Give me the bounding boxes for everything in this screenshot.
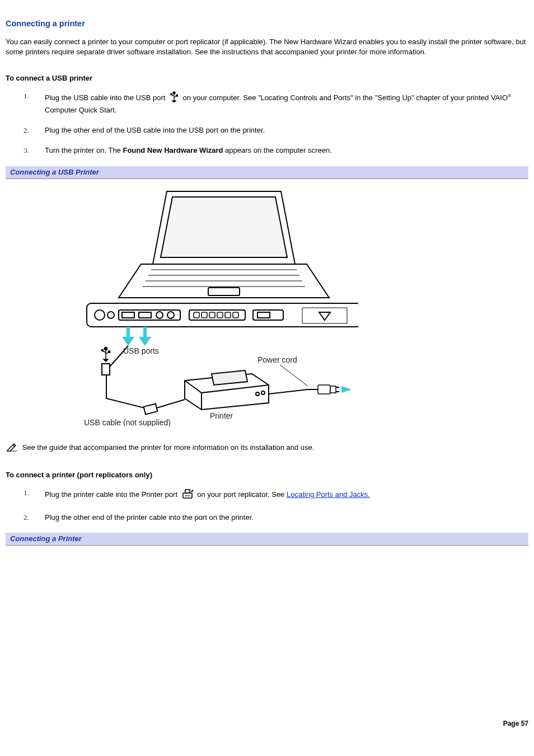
svg-point-1 [171, 93, 172, 95]
step-text: Plug the printer cable into the Printer … [45, 490, 180, 499]
locating-ports-link[interactable]: Locating Ports and Jacks. [287, 490, 370, 499]
step-text: on your computer. See "Locating Controls… [183, 93, 508, 102]
usb-step-2: Plug the other end of the USB cable into… [45, 125, 528, 135]
svg-point-21 [105, 347, 107, 350]
step-text: appears on the computer screen. [223, 146, 332, 154]
intro-paragraph: You can easily connect a printer to your… [6, 37, 528, 57]
printer-port-icon [181, 488, 194, 502]
note-line: See the guide that accompanied the print… [6, 442, 528, 454]
svg-rect-18 [233, 312, 238, 318]
replicator-step-2: Plug the other end of the printer cable … [45, 513, 528, 523]
svg-rect-3 [208, 288, 240, 295]
svg-rect-31 [185, 490, 190, 493]
svg-point-5 [95, 310, 105, 320]
note-icon [6, 442, 18, 454]
usb-step-3: Turn the printer on. The Found New Hardw… [45, 145, 528, 156]
svg-rect-25 [144, 403, 158, 414]
step-text: on your port replicator. See [197, 490, 287, 499]
usb-icon [169, 91, 179, 105]
svg-rect-13 [194, 312, 199, 318]
svg-rect-20 [257, 312, 270, 318]
note-text: See the guide that accompanied the print… [22, 443, 315, 452]
svg-rect-16 [217, 312, 223, 318]
label-power-cord: Power cord [257, 355, 297, 364]
step-text: Turn the printer on. The [45, 146, 123, 154]
svg-point-11 [167, 312, 174, 318]
step-text: Plug the USB cable into the USB port [45, 93, 167, 102]
page-title: Connecting a printer [6, 18, 528, 29]
svg-rect-8 [122, 312, 134, 318]
usb-figure: USB ports Printer [6, 186, 528, 429]
replicator-steps: Plug the printer cable into the Printer … [6, 488, 528, 522]
svg-rect-29 [330, 386, 336, 393]
svg-point-6 [107, 312, 114, 318]
printer-figure-title-bar: Connecting a Printer [6, 533, 528, 546]
svg-rect-2 [176, 95, 178, 96]
svg-rect-15 [209, 312, 215, 318]
svg-rect-14 [202, 312, 207, 318]
svg-point-0 [173, 92, 175, 94]
page-number: Page 57 [6, 719, 528, 729]
replicator-step-1: Plug the printer cable into the Printer … [45, 488, 528, 502]
svg-rect-28 [318, 385, 330, 394]
svg-rect-9 [139, 312, 151, 318]
usb-figure-title-bar: Connecting a USB Printer [6, 166, 528, 179]
label-usb-ports: USB ports [123, 346, 159, 355]
svg-rect-17 [225, 312, 231, 318]
svg-point-27 [261, 391, 265, 395]
usb-steps: Plug the USB cable into the USB port on … [6, 91, 528, 156]
svg-rect-23 [108, 351, 110, 353]
replicator-heading: To connect a printer (port replicators o… [6, 470, 528, 480]
svg-point-10 [156, 312, 163, 318]
label-usb-cable: USB cable (not supplied) [84, 418, 171, 426]
svg-rect-24 [102, 364, 110, 375]
step-text: Computer Quick Start. [45, 106, 117, 114]
wizard-name: Found New Hardware Wizard [123, 146, 223, 154]
usb-heading: To connect a USB printer [6, 73, 528, 83]
registered-mark: ® [508, 93, 511, 98]
svg-point-26 [256, 392, 259, 396]
usb-step-1: Plug the USB cable into the USB port on … [45, 91, 528, 115]
label-printer: Printer [210, 411, 233, 420]
svg-point-22 [101, 349, 103, 351]
